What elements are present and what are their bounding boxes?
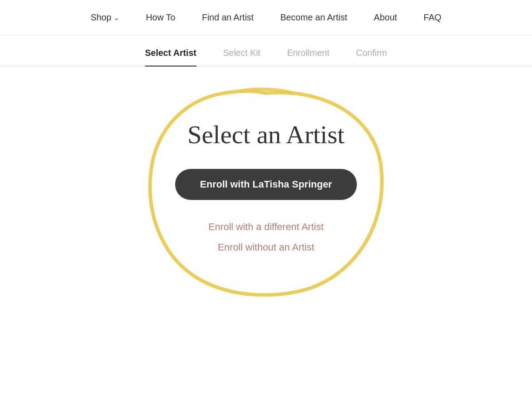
enroll-without-artist-link[interactable]: Enroll without an Artist [218, 242, 314, 253]
chevron-down-icon: ⌄ [114, 14, 119, 21]
nav-item-faq[interactable]: FAQ [424, 12, 442, 23]
content-inner: Select an Artist Enroll with LaTisha Spr… [175, 93, 357, 262]
main-nav: Shop ⌄ How To Find an Artist Become an A… [0, 0, 532, 35]
steps-bar: Select Artist Select Kit Enrollment Conf… [0, 35, 532, 66]
nav-item-how-to[interactable]: How To [146, 12, 175, 23]
nav-shop-label: Shop [90, 12, 111, 23]
enroll-with-artist-button[interactable]: Enroll with LaTisha Springer [175, 169, 357, 200]
step-select-kit[interactable]: Select Kit [223, 48, 260, 66]
page-title: Select an Artist [188, 120, 344, 149]
nav-item-become-artist[interactable]: Become an Artist [280, 12, 347, 23]
nav-item-about[interactable]: About [374, 12, 397, 23]
main-content: Select an Artist Enroll with LaTisha Spr… [0, 66, 532, 297]
step-select-artist[interactable]: Select Artist [145, 48, 196, 66]
step-confirm[interactable]: Confirm [356, 48, 387, 66]
step-enrollment[interactable]: Enrollment [287, 48, 329, 66]
enroll-different-artist-link[interactable]: Enroll with a different Artist [208, 221, 324, 233]
nav-item-shop[interactable]: Shop ⌄ [90, 12, 119, 23]
nav-item-find-artist[interactable]: Find an Artist [202, 12, 254, 23]
